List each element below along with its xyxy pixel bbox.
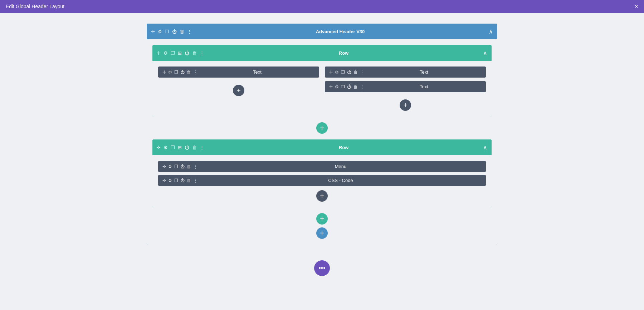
module-text-3: ✛ ⚙ ❐ ⏻ 🗑 ⋮ Text (325, 81, 486, 92)
advanced-header-title: Advanced Header V30 (195, 29, 486, 34)
module-text-1-toolbar: ✛ ⚙ ❐ ⏻ 🗑 ⋮ Text (158, 67, 319, 78)
row2-more-icon[interactable]: ⋮ (200, 145, 204, 150)
row1-collapse-icon[interactable]: ∧ (483, 50, 487, 56)
mod5-trash-icon[interactable]: 🗑 (187, 178, 191, 183)
between-rows-add-button[interactable]: + (316, 122, 328, 134)
power-icon[interactable]: ⏻ (172, 29, 177, 34)
mod2-title: Text (366, 69, 482, 75)
mod5-duplicate-icon[interactable]: ❐ (174, 178, 178, 183)
mod1-move-icon[interactable]: ✛ (162, 70, 166, 75)
module-text-2: ✛ ⚙ ❐ ⏻ 🗑 ⋮ Text (325, 67, 486, 78)
row1-columns: ✛ ⚙ ❐ ⏻ 🗑 ⋮ Text (158, 67, 486, 111)
mod5-title: CSS - Code (200, 178, 482, 183)
more-icon[interactable]: ⋮ (187, 29, 192, 34)
header-block-inner: ✛ ⚙ ❐ ⊞ ⏻ 🗑 ⋮ Row ∧ (147, 39, 497, 245)
mod4-duplicate-icon[interactable]: ❐ (174, 164, 178, 169)
mod2-settings-icon[interactable]: ⚙ (335, 70, 339, 75)
row1-col1: ✛ ⚙ ❐ ⏻ 🗑 ⋮ Text (158, 67, 319, 111)
collapse-icon[interactable]: ∧ (489, 28, 493, 35)
col2-add-button[interactable]: + (400, 99, 411, 111)
title-bar-text: Edit Global Header Layout (6, 4, 64, 9)
duplicate-icon[interactable]: ❐ (165, 29, 169, 34)
mod1-more-icon[interactable]: ⋮ (193, 70, 197, 75)
mod2-move-icon[interactable]: ✛ (329, 70, 333, 75)
row1-move-icon[interactable]: ✛ (157, 50, 161, 56)
row2-inner: ✛ ⚙ ❐ ⏻ 🗑 ⋮ Menu ✛ (152, 155, 492, 207)
bottom-add-teal[interactable]: + (316, 213, 328, 225)
row1-title: Row (207, 50, 480, 56)
advanced-header-toolbar: ✛ ⚙ ❐ ⏻ 🗑 ⋮ Advanced Header V30 ∧ (147, 24, 497, 39)
row-block-2: ✛ ⚙ ❐ ⊞ ⏻ 🗑 ⋮ Row ∧ ✛ (152, 139, 492, 207)
row2-columns-icon[interactable]: ⊞ (178, 145, 182, 150)
col1-add-button[interactable]: + (233, 85, 244, 96)
row1-col2: ✛ ⚙ ❐ ⏻ 🗑 ⋮ Text (325, 67, 486, 111)
mod5-power-icon[interactable]: ⏻ (180, 178, 185, 183)
row1-more-icon[interactable]: ⋮ (200, 50, 204, 56)
row1-trash-icon[interactable]: 🗑 (192, 50, 197, 56)
module-text-3-toolbar: ✛ ⚙ ❐ ⏻ 🗑 ⋮ Text (325, 81, 486, 92)
mod1-settings-icon[interactable]: ⚙ (168, 70, 172, 75)
mod5-settings-icon[interactable]: ⚙ (168, 178, 172, 183)
row1-power-icon[interactable]: ⏻ (185, 50, 189, 56)
mod4-settings-icon[interactable]: ⚙ (168, 164, 172, 169)
bottom-add-btns: + + (152, 213, 492, 239)
trash-icon[interactable]: 🗑 (180, 29, 184, 34)
module-css-code: ✛ ⚙ ❐ ⏻ 🗑 ⋮ CSS - Code (158, 175, 486, 186)
row2-settings-icon[interactable]: ⚙ (164, 145, 168, 150)
row2-toolbar: ✛ ⚙ ❐ ⊞ ⏻ 🗑 ⋮ Row ∧ (152, 139, 492, 155)
mod1-duplicate-icon[interactable]: ❐ (174, 70, 178, 75)
main-content: ✛ ⚙ ❐ ⏻ 🗑 ⋮ Advanced Header V30 ∧ ✛ ⚙ ❐ … (0, 13, 644, 310)
row2-duplicate-icon[interactable]: ❐ (171, 145, 175, 150)
row2-title: Row (207, 145, 480, 150)
mod1-trash-icon[interactable]: 🗑 (187, 70, 191, 75)
module-text-2-toolbar: ✛ ⚙ ❐ ⏻ 🗑 ⋮ Text (325, 67, 486, 78)
mod2-trash-icon[interactable]: 🗑 (353, 70, 358, 75)
mod3-settings-icon[interactable]: ⚙ (335, 84, 339, 89)
row1-inner: ✛ ⚙ ❐ ⏻ 🗑 ⋮ Text (152, 61, 492, 117)
module-css-toolbar: ✛ ⚙ ❐ ⏻ 🗑 ⋮ CSS - Code (158, 175, 486, 186)
mod2-duplicate-icon[interactable]: ❐ (341, 70, 345, 75)
row2-power-icon[interactable]: ⏻ (185, 145, 189, 150)
row1-toolbar: ✛ ⚙ ❐ ⊞ ⏻ 🗑 ⋮ Row ∧ (152, 45, 492, 61)
advanced-header-block: ✛ ⚙ ❐ ⏻ 🗑 ⋮ Advanced Header V30 ∧ ✛ ⚙ ❐ … (147, 24, 497, 245)
mod1-title: Text (200, 69, 315, 75)
row1-duplicate-icon[interactable]: ❐ (171, 50, 175, 56)
mod3-power-icon[interactable]: ⏻ (347, 84, 351, 89)
mod3-duplicate-icon[interactable]: ❐ (341, 84, 345, 89)
mod4-move-icon[interactable]: ✛ (162, 164, 166, 169)
row2-move-icon[interactable]: ✛ (157, 145, 161, 150)
three-dots-button[interactable]: ••• (314, 260, 330, 276)
col1-add-container: + (158, 85, 319, 96)
title-bar: Edit Global Header Layout × (0, 0, 644, 13)
editor-container: ✛ ⚙ ❐ ⏻ 🗑 ⋮ Advanced Header V30 ∧ ✛ ⚙ ❐ … (147, 24, 497, 299)
mod4-more-icon[interactable]: ⋮ (193, 164, 197, 169)
row2-trash-icon[interactable]: 🗑 (192, 145, 197, 150)
mod5-move-icon[interactable]: ✛ (162, 178, 166, 183)
settings-icon[interactable]: ⚙ (158, 29, 162, 34)
module-menu-toolbar: ✛ ⚙ ❐ ⏻ 🗑 ⋮ Menu (158, 161, 486, 172)
mod3-more-icon[interactable]: ⋮ (360, 84, 364, 89)
col2-add-container: + (325, 99, 486, 111)
row2-collapse-icon[interactable]: ∧ (483, 144, 487, 151)
row-block-1: ✛ ⚙ ❐ ⊞ ⏻ 🗑 ⋮ Row ∧ (152, 45, 492, 117)
row1-columns-icon[interactable]: ⊞ (178, 50, 182, 56)
mod4-trash-icon[interactable]: 🗑 (187, 164, 191, 169)
mod4-title: Menu (200, 164, 482, 169)
row2-add-button[interactable]: + (316, 190, 328, 202)
row1-settings-icon[interactable]: ⚙ (164, 50, 168, 56)
mod2-power-icon[interactable]: ⏻ (347, 70, 351, 75)
bottom-add-blue[interactable]: + (316, 227, 328, 239)
module-menu: ✛ ⚙ ❐ ⏻ 🗑 ⋮ Menu (158, 161, 486, 172)
mod3-title: Text (366, 84, 482, 89)
close-icon[interactable]: × (634, 3, 638, 10)
mod1-power-icon[interactable]: ⏻ (180, 70, 185, 75)
row2-add-container: + (158, 190, 486, 202)
move-icon[interactable]: ✛ (151, 29, 155, 34)
between-rows-add-container: + (152, 122, 492, 134)
mod5-more-icon[interactable]: ⋮ (193, 178, 197, 183)
module-text-1: ✛ ⚙ ❐ ⏻ 🗑 ⋮ Text (158, 67, 319, 78)
mod3-move-icon[interactable]: ✛ (329, 84, 333, 89)
mod4-power-icon[interactable]: ⏻ (180, 164, 185, 169)
mod3-trash-icon[interactable]: 🗑 (353, 84, 358, 89)
mod2-more-icon[interactable]: ⋮ (360, 70, 364, 75)
